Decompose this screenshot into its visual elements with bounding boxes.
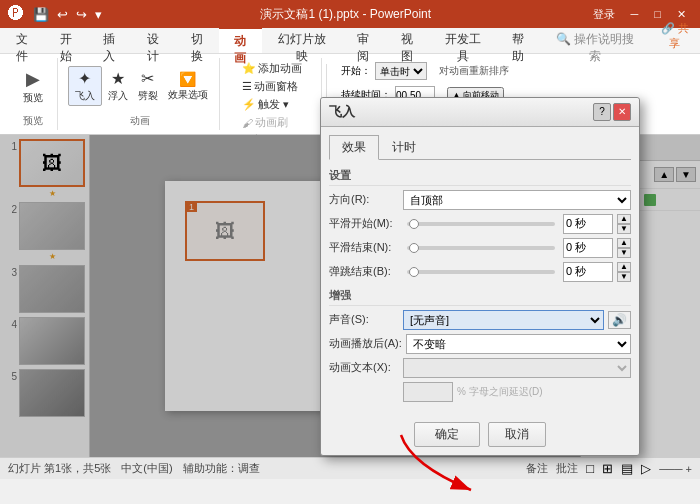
minimize-button[interactable]: ─: [625, 6, 645, 22]
tab-slideshow[interactable]: 幻灯片放映: [262, 27, 341, 53]
start-select[interactable]: 单击时: [375, 62, 427, 80]
text-anim-select[interactable]: [403, 358, 631, 378]
animation-items: ✦ 飞入 ★ 浮入 ✂ 劈裂 🔽 效果选项: [68, 60, 212, 112]
float-in-button[interactable]: ★ 浮入: [104, 67, 132, 105]
start-row: 开始： 单击时 对动画重新排序: [337, 60, 513, 82]
notes-button[interactable]: 备注: [526, 461, 548, 476]
undo-button[interactable]: ↩: [54, 6, 71, 23]
smooth-start-input[interactable]: [563, 214, 613, 234]
tab-insert[interactable]: 插入: [87, 27, 131, 53]
bounce-end-spin: ▲ ▼: [617, 262, 631, 282]
painter-icon: 🖌: [242, 117, 253, 129]
language-indicator: 中文(中国): [121, 461, 172, 476]
save-button[interactable]: 💾: [30, 6, 52, 23]
app-logo-icon: 🅟: [8, 5, 24, 23]
smooth-end-thumb[interactable]: [409, 243, 419, 253]
share-button[interactable]: 🔗 共享: [649, 19, 700, 53]
direction-select[interactable]: 自顶部: [403, 190, 631, 210]
slide-info: 幻灯片 第1张，共5张: [8, 461, 111, 476]
ribbon-tab-bar: 文件 开始 插入 设计 切换 动画 幻灯片放映 审阅 视图 开发工具 帮助 🔍 …: [0, 28, 700, 54]
fly-in-dialog: 飞入 ? ✕ 效果 计时 设置 方向(R):: [320, 97, 640, 456]
modal-close-button[interactable]: ✕: [613, 103, 631, 121]
split-button[interactable]: ✂ 劈裂: [134, 67, 162, 105]
char-delay-unit: % 字母之间延迟(D): [457, 385, 543, 399]
sound-label: 声音(S):: [329, 312, 399, 327]
smooth-end-spin: ▲ ▼: [617, 238, 631, 258]
smooth-end-label: 平滑结束(N):: [329, 240, 399, 255]
fly-in-button[interactable]: ✦ 飞入: [68, 66, 102, 106]
bounce-end-slider[interactable]: [407, 270, 555, 274]
modal-cancel-button[interactable]: 取消: [488, 422, 546, 447]
enhance-section: 增强 声音(S): [无声音] 🔊 动画播放后(A): 不变暗: [329, 288, 631, 402]
after-anim-select[interactable]: 不变暗: [406, 334, 631, 354]
add-animation-button[interactable]: ⭐ 添加动画: [239, 60, 305, 77]
smooth-start-slider[interactable]: [407, 222, 555, 226]
ribbon-group-preview: ▶ 预览 预览: [8, 58, 58, 130]
modal-title-bar: 飞入 ? ✕: [321, 98, 639, 127]
reading-view-button[interactable]: ▤: [621, 461, 633, 476]
char-delay-row: % 字母之间延迟(D): [329, 382, 631, 402]
modal-tab-timing[interactable]: 计时: [379, 135, 429, 159]
tab-home[interactable]: 开始: [44, 27, 88, 53]
effect-options-button[interactable]: 🔽 效果选项: [164, 69, 212, 104]
anim-painter-button[interactable]: 🖌 动画刷: [239, 114, 291, 131]
normal-view-button[interactable]: □: [586, 461, 594, 476]
tab-design[interactable]: 设计: [131, 27, 175, 53]
quick-access-toolbar: 💾 ↩ ↪ ▾: [30, 6, 105, 23]
main-area: 1 🖼 ★ 2 ★ 3: [0, 135, 700, 457]
bounce-end-label: 弹跳结束(B):: [329, 264, 399, 279]
smooth-start-thumb[interactable]: [409, 219, 419, 229]
sound-select[interactable]: [无声音]: [403, 310, 604, 330]
tab-view[interactable]: 视图: [385, 27, 429, 53]
slideshow-button[interactable]: ▷: [641, 461, 651, 476]
modal-body: 效果 计时 设置 方向(R): 自顶部 平滑开始(M):: [321, 127, 639, 416]
advanced-items: ⭐ 添加动画 ☰ 动画窗格 ⚡ 触发 ▾ 🖌 动画刷: [239, 60, 305, 131]
preview-icon: ▶: [26, 68, 40, 90]
modal-tab-effect[interactable]: 效果: [329, 135, 379, 160]
animation-pane-button[interactable]: ☰ 动画窗格: [239, 78, 301, 95]
smooth-start-down[interactable]: ▼: [617, 224, 631, 234]
preview-button[interactable]: ▶ 预览: [19, 66, 47, 107]
modal-tabs: 效果 计时: [329, 135, 631, 160]
title-bar-left: 🅟 💾 ↩ ↪ ▾: [8, 5, 105, 23]
trigger-icon: ⚡: [242, 98, 256, 111]
redo-button[interactable]: ↪: [73, 6, 90, 23]
tab-transitions[interactable]: 切换: [175, 27, 219, 53]
sound-vol-button[interactable]: 🔊: [608, 311, 631, 329]
smooth-start-up[interactable]: ▲: [617, 214, 631, 224]
sound-row: 声音(S): [无声音] 🔊: [329, 310, 631, 330]
smooth-end-down[interactable]: ▼: [617, 248, 631, 258]
trigger-button[interactable]: ⚡ 触发 ▾: [239, 96, 292, 113]
tab-help[interactable]: 帮助: [496, 27, 540, 53]
quickbar-more-button[interactable]: ▾: [92, 6, 105, 23]
tab-animations[interactable]: 动画: [219, 27, 263, 53]
text-anim-row: 动画文本(X):: [329, 358, 631, 378]
login-button[interactable]: 登录: [587, 5, 621, 24]
char-delay-input[interactable]: [403, 382, 453, 402]
anim-pane-icon: ☰: [242, 80, 252, 93]
smooth-end-input[interactable]: [563, 238, 613, 258]
bounce-end-row: 弹跳结束(B): ▲ ▼: [329, 262, 631, 282]
tab-devtools[interactable]: 开发工具: [429, 27, 496, 53]
smooth-end-slider[interactable]: [407, 246, 555, 250]
ribbon-group-animation: ✦ 飞入 ★ 浮入 ✂ 劈裂 🔽 效果选项 动画: [60, 58, 220, 130]
preview-items: ▶ 预览: [19, 60, 47, 112]
smooth-end-up[interactable]: ▲: [617, 238, 631, 248]
modal-ok-button[interactable]: 确定: [414, 422, 480, 447]
bounce-end-down[interactable]: ▼: [617, 272, 631, 282]
bounce-end-up[interactable]: ▲: [617, 262, 631, 272]
after-anim-label: 动画播放后(A):: [329, 336, 402, 351]
comments-button[interactable]: 批注: [556, 461, 578, 476]
tab-file[interactable]: 文件: [0, 27, 44, 53]
bounce-end-input[interactable]: [563, 262, 613, 282]
direction-row: 方向(R): 自顶部: [329, 190, 631, 210]
tab-search[interactable]: 🔍 操作说明搜索: [540, 27, 649, 53]
effect-options-icon: 🔽: [179, 71, 196, 87]
after-anim-row: 动画播放后(A): 不变暗: [329, 334, 631, 354]
modal-footer: 确定 取消: [321, 416, 639, 455]
preview-label: 预览: [23, 91, 43, 105]
bounce-end-thumb[interactable]: [409, 267, 419, 277]
modal-help-button[interactable]: ?: [593, 103, 611, 121]
tab-review[interactable]: 审阅: [342, 27, 386, 53]
slide-sorter-button[interactable]: ⊞: [602, 461, 613, 476]
